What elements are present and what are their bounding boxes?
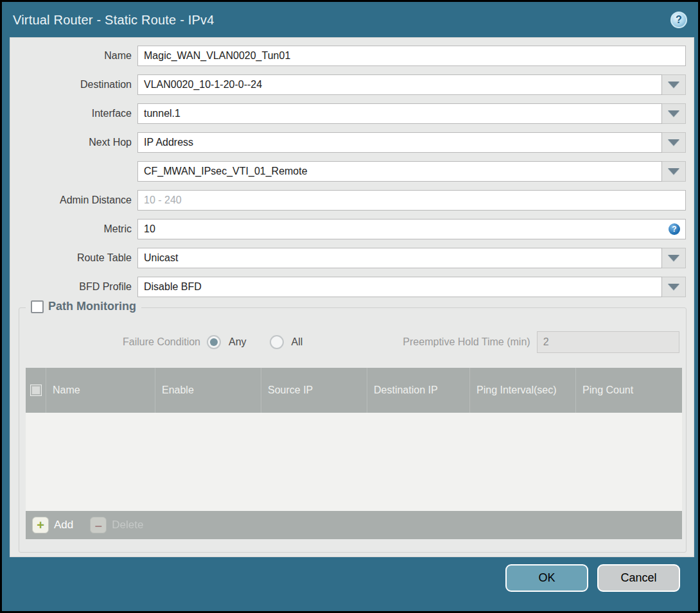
column-header-source-ip[interactable]: Source IP [261, 368, 367, 413]
chevron-down-icon [668, 139, 679, 146]
help-icon[interactable]: ? [670, 12, 687, 28]
chevron-down-icon [668, 284, 679, 290]
interface-input[interactable] [137, 103, 662, 124]
dialog-footer: OK Cancel [2, 553, 698, 609]
destination-input[interactable] [137, 74, 662, 95]
next-hop-address-dropdown-button[interactable] [662, 161, 686, 182]
name-label: Name [10, 50, 137, 62]
bfd-profile-input[interactable] [137, 277, 662, 297]
header-select-all-cell [26, 368, 46, 413]
destination-dropdown-button[interactable] [662, 74, 686, 95]
path-monitoring-legend: Path Monitoring [26, 300, 141, 313]
failure-condition-any-label: Any [229, 336, 247, 348]
bfd-profile-dropdown-button[interactable] [662, 277, 686, 297]
metric-input[interactable] [137, 219, 686, 239]
interface-label: Interface [10, 108, 137, 119]
next-hop-label: Next Hop [10, 137, 137, 148]
next-hop-address-input[interactable] [137, 161, 662, 182]
path-monitoring-table: Name Enable Source IP Destination IP Pin… [26, 368, 682, 539]
chevron-down-icon [668, 168, 679, 175]
dialog-titlebar: Virtual Router - Static Route - IPv4 ? [4, 4, 696, 36]
minus-icon: – [90, 517, 107, 533]
column-header-destination-ip[interactable]: Destination IP [367, 368, 470, 413]
failure-condition-all-label: All [292, 336, 303, 348]
form-row-name: Name [10, 46, 686, 66]
add-button-label: Add [54, 519, 73, 531]
cancel-button[interactable]: Cancel [597, 564, 680, 592]
destination-label: Destination [10, 79, 137, 91]
ok-button[interactable]: OK [505, 564, 588, 592]
table-body-empty [26, 413, 682, 511]
form-row-admin-distance: Admin Distance [10, 190, 686, 211]
form-row-metric: Metric ? [10, 219, 686, 239]
radio-selected-icon [207, 335, 221, 349]
column-header-name[interactable]: Name [46, 368, 155, 413]
next-hop-type-dropdown-button[interactable] [662, 132, 686, 153]
delete-button[interactable]: – Delete [90, 517, 143, 533]
info-icon[interactable]: ? [669, 223, 680, 235]
chevron-down-icon [668, 255, 679, 261]
admin-distance-label: Admin Distance [10, 194, 137, 206]
add-button[interactable]: + Add [32, 517, 73, 533]
preemptive-hold-time-label: Preemptive Hold Time (min) [403, 336, 536, 348]
chevron-down-icon [668, 110, 679, 117]
column-header-ping-interval[interactable]: Ping Interval(sec) [470, 368, 576, 413]
table-header: Name Enable Source IP Destination IP Pin… [26, 368, 682, 413]
dialog-body: Name Destination Interface [10, 37, 694, 557]
radio-unselected-icon [270, 335, 284, 349]
form-row-next-hop: Next Hop [10, 132, 686, 153]
chevron-down-icon [668, 82, 679, 88]
preemptive-hold-time-input[interactable] [537, 331, 679, 353]
table-toolbar: + Add – Delete [26, 511, 682, 539]
route-table-input[interactable] [137, 248, 662, 268]
route-table-dropdown-button[interactable] [662, 248, 686, 268]
form-row-next-hop-value [10, 161, 686, 182]
interface-dropdown-button[interactable] [662, 103, 686, 124]
column-header-ping-count[interactable]: Ping Count [576, 368, 682, 413]
dialog-title: Virtual Router - Static Route - IPv4 [13, 13, 214, 28]
plus-icon: + [32, 517, 49, 533]
failure-condition-all-radio[interactable]: All [270, 335, 303, 349]
failure-condition-label: Failure Condition [19, 336, 207, 348]
path-monitoring-title: Path Monitoring [48, 300, 136, 313]
route-table-label: Route Table [10, 252, 137, 264]
form-row-bfd-profile: BFD Profile [10, 277, 686, 297]
next-hop-type-input[interactable] [137, 132, 662, 153]
failure-condition-row: Failure Condition Any All Preemptive Hol… [19, 331, 686, 353]
path-monitoring-checkbox[interactable] [31, 300, 44, 313]
delete-button-label: Delete [112, 519, 143, 531]
form-row-destination: Destination [10, 74, 686, 95]
bfd-profile-label: BFD Profile [10, 281, 137, 293]
failure-condition-any-radio[interactable]: Any [207, 335, 247, 349]
column-header-enable[interactable]: Enable [155, 368, 261, 413]
select-all-checkbox[interactable] [30, 384, 42, 396]
form-row-interface: Interface [10, 103, 686, 124]
form-row-route-table: Route Table [10, 248, 686, 268]
name-input[interactable] [137, 46, 686, 66]
dialog-frame: Virtual Router - Static Route - IPv4 ? N… [0, 0, 700, 613]
path-monitoring-group: Path Monitoring Failure Condition Any Al… [19, 307, 687, 553]
metric-label: Metric [10, 223, 137, 235]
admin-distance-input[interactable] [137, 190, 686, 211]
